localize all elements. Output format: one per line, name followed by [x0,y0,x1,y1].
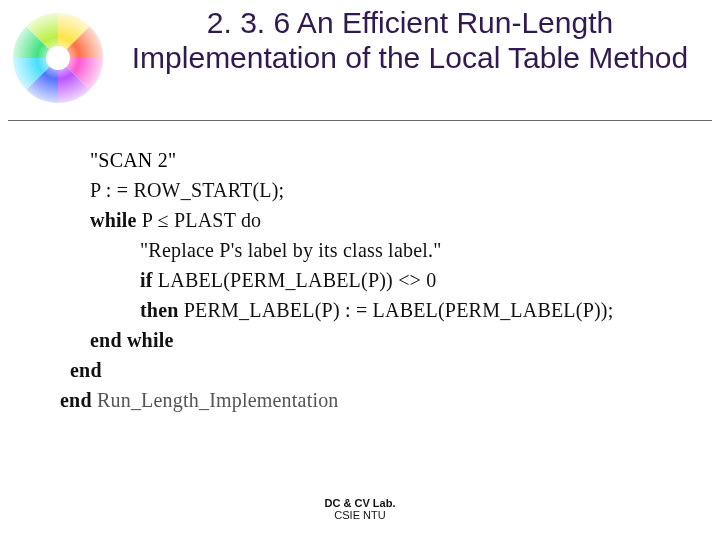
footer-lab: DC & CV Lab. [0,497,720,510]
code-line-5: if LABEL(PERM_LABEL(P)) <> 0 [60,265,680,295]
code-line-1: "SCAN 2" [60,145,680,175]
code-line-3: while P ≤ PLAST do [60,205,680,235]
code-line-4: "Replace P's label by its class label." [60,235,680,265]
pseudocode-block: "SCAN 2" P : = ROW_START(L); while P ≤ P… [60,145,680,415]
svg-point-1 [46,46,70,70]
code-line-6: then PERM_LABEL(P) : = LABEL(PERM_LABEL(… [60,295,680,325]
footer-org: CSIE NTU [0,509,720,522]
code-line-2: P : = ROW_START(L); [60,175,680,205]
footer: DC & CV Lab. CSIE NTU [0,497,720,522]
slide-title: 2. 3. 6 An Efficient Run-Length Implemen… [120,6,700,75]
title-underline [8,120,712,121]
slide: 2. 3. 6 An Efficient Run-Length Implemen… [0,0,720,540]
code-line-9: end Run_Length_Implementation [60,385,680,415]
code-line-7: end while [60,325,680,355]
color-wheel-icon [8,8,108,108]
code-line-8: end [60,355,680,385]
